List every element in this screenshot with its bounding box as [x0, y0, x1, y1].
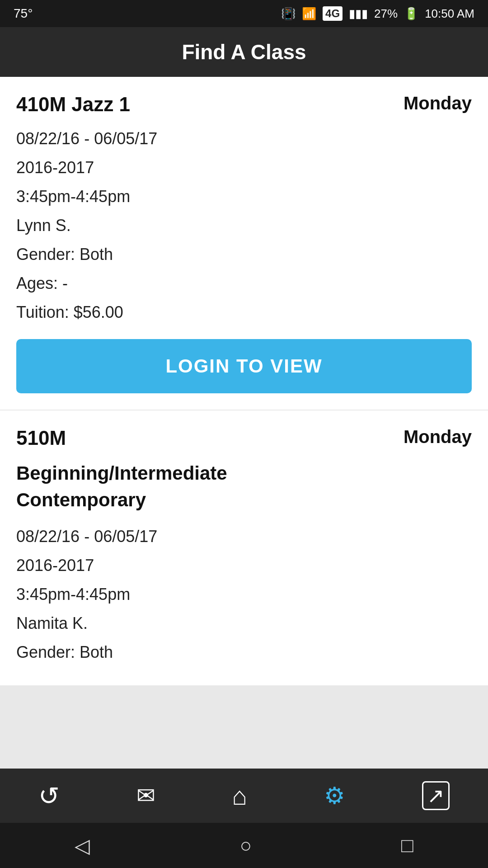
sys-home-button[interactable]: ○	[239, 834, 252, 857]
class-2-day: Monday	[404, 427, 472, 447]
nav-mail[interactable]: ✉	[127, 778, 164, 813]
class-1-tuition: Tuition: $56.00	[16, 300, 472, 325]
class-1-ages: Ages: -	[16, 271, 472, 296]
app-header: Find A Class	[0, 27, 488, 77]
class-card-2-header: 510M Monday	[16, 427, 472, 449]
home-nav-icon: ⌂	[232, 781, 248, 811]
signal-label: 4G	[323, 6, 343, 21]
temperature: 75°	[14, 6, 33, 21]
class-card-1: 410M Jazz 1 Monday 08/22/16 - 06/05/17 2…	[0, 77, 488, 410]
nav-home[interactable]: ⌂	[223, 777, 257, 815]
class-2-instructor: Namita K.	[16, 611, 472, 636]
class-2-code: 510M	[16, 427, 66, 449]
login-to-view-button[interactable]: LOGIN TO VIEW	[16, 339, 472, 393]
time-display: 10:50 AM	[425, 7, 474, 21]
class-2-subtitle1: Beginning/Intermediate Contemporary	[16, 460, 472, 514]
class-2-time: 3:45pm-4:45pm	[16, 582, 472, 607]
nav-settings[interactable]: ⚙	[315, 778, 354, 814]
class-1-season: 2016-2017	[16, 156, 472, 180]
class-1-gender: Gender: Both	[16, 242, 472, 267]
class-1-date-range: 08/22/16 - 06/05/17	[16, 127, 472, 151]
page-title: Find A Class	[182, 40, 306, 64]
class-list: 410M Jazz 1 Monday 08/22/16 - 06/05/17 2…	[0, 77, 488, 769]
class-card-1-header: 410M Jazz 1 Monday	[16, 93, 472, 116]
class-1-time: 3:45pm-4:45pm	[16, 184, 472, 209]
battery-percent: 27%	[374, 7, 398, 21]
class-1-instructor: Lynn S.	[16, 213, 472, 238]
class-2-date-range: 08/22/16 - 06/05/17	[16, 524, 472, 549]
sys-recent-button[interactable]: □	[401, 834, 413, 857]
mail-nav-icon: ✉	[136, 783, 155, 809]
nav-share[interactable]: ↗	[413, 777, 459, 815]
back-nav-icon: ↺	[38, 781, 60, 811]
settings-nav-icon: ⚙	[324, 782, 345, 809]
class-card-2: 510M Monday Beginning/Intermediate Conte…	[0, 410, 488, 685]
bottom-navigation: ↺ ✉ ⌂ ⚙ ↗	[0, 769, 488, 823]
share-nav-icon: ↗	[422, 781, 450, 810]
nav-back[interactable]: ↺	[29, 777, 69, 815]
status-icons: 📳 📶 4G ▮▮▮ 27% 🔋 10:50 AM	[281, 6, 474, 21]
system-navigation: ◁ ○ □	[0, 823, 488, 868]
class-2-season: 2016-2017	[16, 553, 472, 578]
cell-icon: ▮▮▮	[349, 7, 368, 21]
class-1-code: 410M Jazz 1	[16, 93, 130, 116]
wifi-icon: 📶	[302, 7, 316, 21]
class-2-gender-partial: Gender: Both	[16, 640, 472, 665]
class-1-day: Monday	[404, 93, 472, 113]
battery-icon: 🔋	[404, 7, 418, 21]
sys-back-button[interactable]: ◁	[75, 834, 90, 857]
vibrate-icon: 📳	[281, 7, 296, 21]
status-bar: 75° 📳 📶 4G ▮▮▮ 27% 🔋 10:50 AM	[0, 0, 488, 27]
